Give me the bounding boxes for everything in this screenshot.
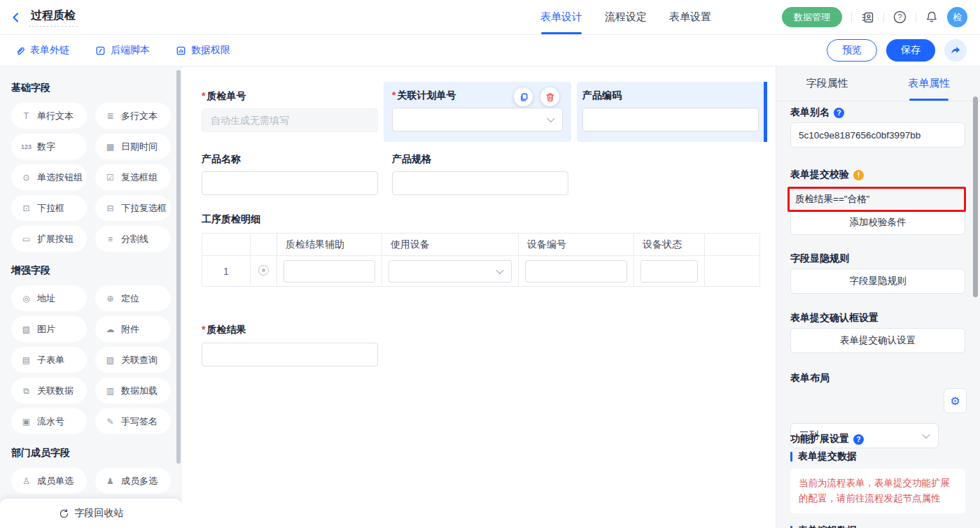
data-manage-button[interactable]: 数据管理 [782, 7, 842, 27]
field-product-spec[interactable]: 产品规格 [384, 145, 571, 202]
subform-column-header [202, 234, 251, 256]
field-type-label: 数据加载 [121, 385, 158, 397]
field-type-数据加载[interactable]: ▥数据加载 [95, 378, 171, 404]
form-canvas: 质检单号 关联计划单号 产品编码 产品名称 [182, 66, 776, 528]
add-validation-button[interactable]: 添加校验条件 [790, 210, 965, 235]
tab-form-setting[interactable]: 表单设置 [669, 0, 711, 34]
field-type-定位[interactable]: ⊕定位 [95, 285, 171, 311]
submit-confirm-button[interactable]: 表单提交确认设置 [790, 328, 965, 353]
field-type-关联数据[interactable]: ⧉关联数据 [11, 378, 87, 404]
copy-field-button[interactable] [514, 87, 533, 106]
section-bar [790, 452, 792, 462]
back-button[interactable] [10, 11, 22, 24]
edit-data-section: 表单编辑数据 [790, 525, 857, 528]
panel-scrollbar[interactable] [973, 97, 978, 297]
field-type-数字[interactable]: 123数字 [11, 134, 87, 159]
submit-confirm-label: 表单提交确认框设置 [790, 312, 878, 324]
data-permission-link[interactable]: 数据权限 [176, 44, 230, 57]
subform-column-header: 质检结果辅助 [277, 234, 382, 256]
layout-gear-button[interactable]: ⚙ [944, 388, 967, 413]
delete-field-button[interactable] [540, 87, 559, 106]
row-radio-icon[interactable] [258, 265, 269, 276]
field-type-手写签名[interactable]: ✎手写签名 [95, 408, 171, 434]
warning-circle-icon: ! [853, 170, 864, 180]
tab-field-properties[interactable]: 字段属性 [776, 66, 878, 101]
checkbox-group-icon: ☑ [104, 173, 116, 183]
linked-plan-select[interactable] [392, 108, 563, 131]
bell-icon[interactable] [925, 10, 938, 24]
qc-result-assist-input[interactable] [284, 260, 375, 283]
field-label: 质检单号 [202, 89, 370, 103]
tab-form-properties[interactable]: 表单属性 [878, 66, 980, 101]
field-qc-number[interactable]: 质检单号 [193, 82, 378, 139]
multi-line-text-icon: ≣ [104, 111, 116, 121]
header-tabs: 表单设计 流程设定 表单设置 [540, 0, 711, 34]
backend-script-link[interactable]: 后端脚本 [95, 44, 150, 57]
product-name-input[interactable] [202, 171, 378, 195]
field-type-复选框组[interactable]: ☑复选框组 [95, 164, 171, 190]
field-type-日期时间[interactable]: ▦日期时间 [95, 134, 171, 159]
field-product-code-highlighted[interactable]: 产品编码 [577, 82, 767, 142]
subform-column-header: 设备状态 [634, 234, 705, 256]
copy-icon [519, 92, 528, 102]
datetime-icon: ▦ [104, 142, 116, 152]
share-button[interactable] [944, 39, 967, 62]
form-toolbar: 表单外链 后端脚本 数据权限 预览 保存 [0, 35, 980, 66]
field-product-name[interactable]: 产品名称 [193, 145, 378, 202]
product-code-input[interactable] [582, 108, 759, 131]
trash-icon [545, 92, 555, 102]
field-type-附件[interactable]: ☁附件 [95, 316, 171, 342]
field-type-流水号[interactable]: ▣流水号 [11, 408, 87, 434]
sidebar-scrollbar[interactable] [176, 70, 181, 464]
help-circle-icon[interactable]: ? [853, 434, 864, 445]
form-alias-input[interactable] [790, 122, 965, 148]
field-type-label: 子表单 [37, 354, 64, 366]
tab-form-design[interactable]: 表单设计 [540, 0, 582, 34]
form-external-link[interactable]: 表单外链 [15, 44, 69, 57]
field-type-label: 单选按钮组 [37, 171, 83, 184]
subform-column-header [251, 234, 277, 256]
link-icon [15, 45, 25, 56]
field-type-子表单[interactable]: ▤子表单 [11, 347, 87, 373]
sidebar-section-title: 增强字段 [11, 264, 171, 277]
validation-condition[interactable]: 质检结果=="合格" [795, 193, 869, 206]
flow-form-notice: 当前为流程表单，表单提交功能扩展的配置，请前往流程发起节点属性 [790, 469, 965, 513]
field-type-图片[interactable]: ▧图片 [11, 316, 87, 342]
help-circle-icon[interactable]: ? [834, 108, 844, 118]
field-type-label: 数字 [37, 141, 55, 153]
qc-number-input[interactable] [202, 108, 378, 132]
field-type-分割线[interactable]: ≡分割线 [95, 226, 171, 252]
field-linked-plan-number-selected[interactable]: 关联计划单号 [384, 82, 571, 142]
field-subform[interactable]: 工序质检明细 质检结果辅助使用设备设备编号设备状态 1 [202, 212, 760, 287]
field-qc-result[interactable]: 质检结果 [193, 322, 378, 366]
preview-button[interactable]: 预览 [827, 39, 877, 62]
field-type-下拉框[interactable]: ⊡下拉框 [11, 195, 87, 221]
device-select[interactable] [388, 260, 512, 283]
field-type-成员多选[interactable]: ♟成员多选 [95, 468, 171, 494]
field-type-关联查询[interactable]: ▨关联查询 [95, 347, 171, 373]
field-type-单选按钮组[interactable]: ⊙单选按钮组 [11, 164, 87, 190]
avatar[interactable]: 检 [947, 7, 967, 27]
save-button[interactable]: 保存 [886, 39, 935, 62]
field-type-成员单选[interactable]: ♙成员单选 [11, 468, 87, 494]
field-type-多行文本[interactable]: ≣多行文本 [95, 103, 171, 129]
page-title[interactable]: 过程质检 [29, 8, 78, 27]
svg-text:?: ? [898, 13, 902, 21]
tab-flow-setting[interactable]: 流程设定 [605, 0, 647, 34]
device-status-input[interactable] [640, 260, 698, 283]
field-recycle-bin[interactable]: 字段回收站 [0, 499, 182, 528]
field-type-label: 地址 [37, 292, 55, 305]
field-type-单行文本[interactable]: T单行文本 [11, 103, 87, 129]
field-type-扩展按钮[interactable]: ▭扩展按钮 [11, 226, 87, 252]
subform-row: 1 [202, 256, 760, 287]
qc-result-input[interactable] [202, 343, 378, 366]
help-icon[interactable]: ? [893, 10, 906, 24]
visibility-rules-button[interactable]: 字段显隐规则 [790, 269, 965, 294]
device-number-input[interactable] [525, 260, 627, 283]
field-type-label: 关联数据 [37, 385, 74, 397]
field-type-地址[interactable]: ◎地址 [11, 285, 87, 311]
field-type-下拉复选框[interactable]: ⊟下拉复选框 [95, 195, 171, 221]
product-spec-input[interactable] [392, 171, 568, 195]
contacts-icon[interactable] [861, 11, 874, 24]
signature-icon: ✎ [104, 417, 116, 427]
